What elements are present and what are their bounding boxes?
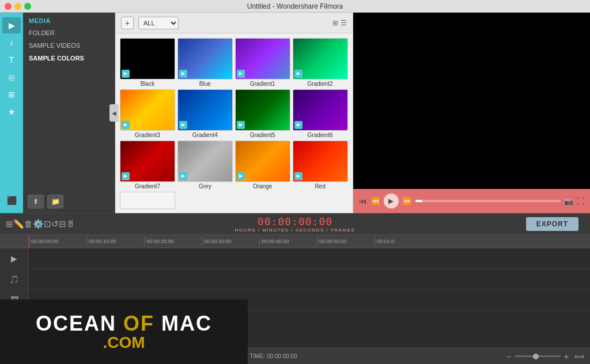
watermark-text: OCEAN OF MAC [36,312,212,336]
media-label: Gradient7 [135,183,160,189]
progress-bar[interactable] [415,200,561,202]
media-item-gradient6[interactable]: ▶ Gradient6 [293,89,348,138]
add-track-button[interactable]: ⊞ [6,219,13,229]
export-button[interactable]: EXPORT [526,217,578,231]
ruler-tick: 00:01:0 [375,237,432,246]
sidebar: ▶ ♪ T ◎ ⊞ ★ ⬛ [0,13,23,213]
settings-button[interactable]: ⚙️ [33,219,44,229]
audio-button[interactable]: 🎚 [66,219,75,229]
left-panel-sample-videos[interactable]: SAMPLE VIDEOS [23,39,115,52]
media-item-grey[interactable]: ▶ Grey [177,141,233,189]
split-button[interactable]: ⊟ [59,219,66,229]
media-label: Black [141,81,154,87]
media-label: Gradient1 [250,81,275,87]
ruler-tick: 00:00:50:00 [317,237,375,246]
sidebar-icon-elements[interactable]: ★ [2,104,21,120]
left-panel-sample-colors[interactable]: SAMPLE COLORS [23,52,115,65]
footer-right: − + ⟺ [506,352,584,361]
collapse-arrow[interactable]: ◀ [109,104,119,122]
app-title: Untitled - Wondershare Filmora [247,2,343,10]
add-media-button[interactable]: + [121,17,134,29]
media-label: Red [315,183,325,189]
track-label-audio[interactable]: 🎵 [0,269,28,290]
zoom-thumb [533,354,539,359]
view-icons: ⊞ ☰ [332,19,347,27]
media-item-blue[interactable]: ▶ Blue [177,38,233,87]
zoom-out-button[interactable]: − [506,352,511,361]
sidebar-icon-transition[interactable]: ◎ [2,69,21,85]
top-section: ▶ ♪ T ◎ ⊞ ★ ⬛ MEDIA FOLDER SAMPLE VIDEOS… [0,13,590,213]
media-item-white[interactable] [120,192,175,209]
minimize-button[interactable] [14,3,21,10]
media-label: Blue [199,81,211,87]
media-grid: ▶ Black ▶ Blue ▶ Gradient1 ▶ Gradient2 [115,33,353,213]
media-item-gradient3[interactable]: ▶ Gradient3 [120,89,175,138]
media-label: Gradient4 [192,132,218,138]
zoom-in-button[interactable]: + [564,352,569,361]
timeline-playhead [29,234,29,248]
step-forward-button[interactable]: ⏩ [402,196,412,206]
media-area: ◀ + ALL Video Audio Image ⊞ ☰ ▶ Black [115,13,353,213]
media-item-black[interactable]: ▶ Black [120,38,175,87]
close-button[interactable] [5,3,12,10]
left-panel: MEDIA FOLDER SAMPLE VIDEOS SAMPLE COLORS… [23,13,115,213]
track-row-1 [29,248,590,269]
list-view-icon[interactable]: ☰ [341,19,347,27]
media-item-gradient4[interactable]: ▶ Gradient4 [177,89,233,138]
filter-select[interactable]: ALL Video Audio Image [138,17,179,29]
sidebar-icon-audio[interactable]: ♪ [2,35,21,51]
zoom-slider[interactable] [515,355,561,357]
maximize-button[interactable] [24,3,31,10]
media-item-gradient7[interactable]: ▶ Gradient7 [120,141,175,189]
pen-tool-button[interactable]: ✏️ [13,219,24,229]
titlebar: Untitled - Wondershare Filmora [0,0,590,13]
ruler-tick: 00:00:30:00 [202,237,259,246]
import-button[interactable]: ⬆ [28,195,44,208]
track-video-icon: ▶ [11,254,17,263]
left-panel-folder[interactable]: FOLDER [23,26,115,39]
total-time-value: 00:00:00:00 [267,353,297,359]
sidebar-icon-filter[interactable]: ⬛ [2,192,21,208]
grid-view-icon[interactable]: ⊞ [332,19,338,27]
bottom-section: ⊞ ✏️ 🗑 ⚙️ ⊡ ↺ ⊟ 🎚 00:00:00:00 HOURS / MI… [0,213,590,364]
watermark-overlay: OCEAN OF MAC .COM [0,299,248,364]
timeline-toolbar: ⊞ ✏️ 🗑 ⚙️ ⊡ ↺ ⊟ 🎚 00:00:00:00 HOURS / MI… [0,214,590,234]
media-toolbar: + ALL Video Audio Image ⊞ ☰ [115,13,353,33]
crop-button[interactable]: ⊡ [44,219,51,229]
media-label: Grey [199,183,211,189]
media-item-red[interactable]: ▶ Red [293,141,348,189]
timecode-label: HOURS / MINUTES / SECONDS / FRAMES [235,227,355,233]
sidebar-icon-overlay[interactable]: ⊞ [2,86,21,103]
left-panel-title: MEDIA [23,13,115,26]
fit-timeline-button[interactable]: ⟺ [574,352,584,361]
preview-video [353,13,591,189]
track-label-video[interactable]: ▶ [0,248,28,269]
media-label: Gradient6 [308,132,333,138]
track-row-2 [29,269,590,290]
screenshot-icon[interactable]: 📷 [564,197,573,206]
undo-button[interactable]: ↺ [51,219,59,229]
media-label: Gradient2 [308,81,333,87]
media-item-gradient5[interactable]: ▶ Gradient5 [235,89,290,138]
skip-back-button[interactable]: ⏮ [359,196,367,206]
ruler-tick: 00:00:20:00 [144,237,202,246]
fullscreen-icon[interactable]: ⛶ [577,197,584,206]
sidebar-icon-media[interactable]: ▶ [2,17,21,33]
timeline-ruler: 00:00:00:00 00:00:10:00 00:00:20:00 00:0… [0,234,590,248]
media-label: Orange [253,183,272,189]
timeline-toolbar-inner: ⊞ ✏️ 🗑 ⚙️ ⊡ ↺ ⊟ 🎚 00:00:00:00 HOURS / MI… [6,214,584,234]
traffic-lights [5,3,31,10]
sidebar-icon-text[interactable]: T [2,52,21,68]
media-item-gradient2[interactable]: ▶ Gradient2 [293,38,348,87]
media-item-orange[interactable]: ▶ Orange [235,141,290,189]
thumb-badge: ▶ [122,70,130,78]
delete-button[interactable]: 🗑 [24,219,33,229]
preview-controls-right: 📷 ⛶ [564,197,584,206]
media-item-gradient1[interactable]: ▶ Gradient1 [235,38,290,87]
folder-button[interactable]: 📁 [47,195,63,208]
main-layout: ▶ ♪ T ◎ ⊞ ★ ⬛ MEDIA FOLDER SAMPLE VIDEOS… [0,13,590,364]
play-button[interactable]: ▶ [384,194,399,208]
step-back-button[interactable]: ⏪ [370,196,380,206]
watermark-domain: .COM [103,333,145,352]
media-label: Gradient3 [135,132,160,138]
